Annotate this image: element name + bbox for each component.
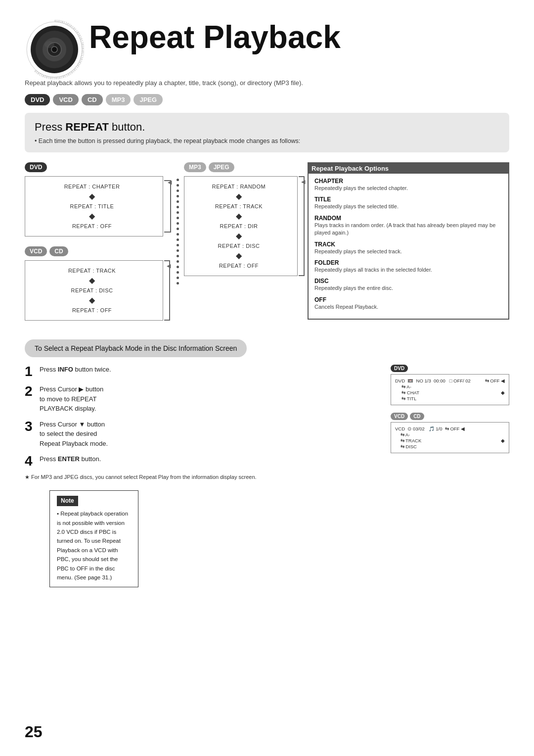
options-title: Repeat Playback Options (309, 163, 508, 174)
badge-vcd: VCD (53, 94, 78, 105)
dvd-arrow-2: ◆ (31, 212, 153, 220)
note-text: • Repeat playback operation is not possi… (57, 509, 131, 582)
cd-screen-badge: CD (410, 413, 424, 420)
vcd-screen-line-4: ⇆ DISC (395, 444, 505, 449)
step-3-num: 3 (25, 420, 40, 433)
mp3-return-arrow: ◀ (301, 179, 305, 185)
note-area: Note • Repeat playback operation is not … (25, 490, 509, 587)
step-1-num: 1 (25, 365, 40, 378)
option-off: OFF Cancels Repeat Playback. (314, 296, 502, 311)
step-1-text: Press INFO button twice. (40, 365, 111, 375)
vcd-cd-flow-box: REPEAT : TRACK ◆ REPEAT : DISC ◆ REPEAT … (25, 260, 163, 321)
dvd-badge: DVD (25, 162, 47, 172)
page-subtitle: Repeat playback allows you to repeatedly… (25, 79, 509, 87)
vcd-flow-track: REPEAT : TRACK (31, 266, 153, 276)
to-select-box: To Select a Repeat Playback Mode in the … (25, 339, 247, 357)
cd-badge: CD (49, 246, 68, 256)
dvd-flow-section: DVD REPEAT : CHAPTER ◆ REPEAT : TITLE ◆ … (25, 162, 163, 236)
press-repeat-note: Each time the button is pressed during p… (35, 138, 499, 144)
vcd-screen-line-3: ⇆ TRACK ◆ (395, 438, 505, 443)
vcd-return-line (164, 260, 170, 321)
options-col: Repeat Playback Options CHAPTER Repeated… (308, 162, 509, 330)
option-chapter: CHAPTER Repeatedly plays the selected ch… (314, 178, 502, 192)
repeat-options-box: Repeat Playback Options CHAPTER Repeated… (308, 162, 509, 320)
step-2-text: Press Cursor ▶ buttonto move to REPEATPL… (40, 384, 103, 414)
mp3-arrow-2: ◆ (190, 212, 287, 220)
vcd-arrow-2: ◆ (31, 296, 153, 304)
svg-point-6 (51, 47, 57, 52)
logo-area: 0101011010101101010110101011101010110101… (25, 20, 79, 74)
press-repeat-box: Press REPEAT button. Each time the butto… (25, 113, 509, 152)
step-2: 2 Press Cursor ▶ buttonto move to REPEAT… (25, 384, 381, 414)
mp3-return-line (299, 176, 305, 276)
step-4: 4 Press ENTER button. (25, 454, 381, 468)
option-track: TRACK Repeatedly plays the selected trac… (314, 241, 502, 255)
dvd-screen-line-2: ⇆ A- (395, 384, 505, 389)
step-2-num: 2 (25, 384, 40, 398)
vcd-cd-screen-mockup: VCD CD VCD ⊙ 03/02 🎵 1/0 ⇆ OFF ◀ ⇆ A- ⇆ … (391, 413, 509, 453)
mp3-arrow-1: ◆ (190, 192, 287, 200)
dvd-return-arrow: ◀ (168, 179, 172, 186)
dvd-return-line (164, 180, 171, 233)
binary-ring-icon: 0101011010101101010110101011101010110101… (25, 20, 84, 79)
dvd-screen-display: DVD 📼 NO 1/3 00:00 □ OFF/ 02 ⇆ OFF ◀ ⇆ A… (391, 374, 509, 405)
mp3-flow-dir: REPEAT : DIR (190, 221, 287, 231)
mp3-flow-random: REPEAT : RANDOM (190, 182, 287, 191)
vcd-return-arrow: ◀ (167, 263, 171, 269)
vcd-screen-line-1: VCD ⊙ 03/02 🎵 1/0 ⇆ OFF ◀ (395, 426, 505, 431)
steps-list: 1 Press INFO button twice. 2 Press Curso… (25, 365, 381, 480)
option-folder: FOLDER Repeatedly plays all tracks in th… (314, 259, 502, 274)
vcd-screen-badge: VCD (391, 413, 408, 420)
to-select-label: To Select a Repeat Playback Mode in the … (35, 344, 237, 352)
badge-dvd: DVD (25, 94, 50, 105)
step-3: 3 Press Cursor ▼ buttonto select the des… (25, 420, 381, 449)
mp3-flow-off: REPEAT : OFF (190, 261, 287, 271)
step-3-text: Press Cursor ▼ buttonto select the desir… (40, 420, 108, 449)
mp3-flow-disc: REPEAT : DISC (190, 241, 287, 251)
bottom-section: To Select a Repeat Playback Mode in the … (25, 339, 509, 480)
page-title: Repeat Playback (89, 15, 341, 54)
dvd-screen-line-4: ⇆ TITL (395, 396, 505, 401)
dvd-screen-badge: DVD (391, 365, 408, 372)
svg-point-7 (44, 41, 54, 48)
badge-cd: CD (82, 94, 103, 105)
dvd-flow-box: REPEAT : CHAPTER ◆ REPEAT : TITLE ◆ REPE… (25, 176, 163, 236)
format-badges-row: DVD VCD CD MP3 JPEG (25, 94, 509, 105)
jpeg-badge: JPEG (209, 162, 234, 172)
page-number: 25 (25, 723, 43, 741)
dvd-flow-chapter: REPEAT : CHAPTER (31, 182, 153, 191)
note-box-wrapper: Note • Repeat playback operation is not … (25, 490, 163, 587)
dvd-screen-line-3: ⇆ CHAT ◆ (395, 390, 505, 395)
option-disc: DISC Repeatedly plays the entire disc. (314, 278, 502, 292)
vcd-screen-display: VCD ⊙ 03/02 🎵 1/0 ⇆ OFF ◀ ⇆ A- ⇆ TRACK ◆… (391, 422, 509, 453)
step-note: For MP3 and JPEG discs, you cannot selec… (25, 474, 381, 480)
option-random: RANDOM Plays tracks in random order. (A … (314, 215, 502, 237)
vcd-arrow-1: ◆ (31, 277, 153, 284)
option-title: TITLE Repeatedly plays the selected titl… (314, 196, 502, 210)
step-1: 1 Press INFO button twice. (25, 365, 381, 378)
vcd-flow-disc: REPEAT : DISC (31, 285, 153, 295)
step-4-text: Press ENTER button. (40, 454, 101, 464)
screen-mockups: DVD DVD 📼 NO 1/3 00:00 □ OFF/ 02 ⇆ OFF ◀… (391, 365, 509, 480)
mp3-jpeg-flow-section: MP3 JPEG REPEAT : RANDOM ◆ REPEAT : TRAC… (184, 162, 298, 276)
dvd-arrow-1: ◆ (31, 192, 153, 200)
steps-area: 1 Press INFO button twice. 2 Press Curso… (25, 365, 509, 480)
badge-mp3: MP3 (106, 94, 131, 105)
vcd-screen-line-2: ⇆ A- (395, 432, 505, 437)
dvd-flow-off: REPEAT : OFF (31, 221, 153, 231)
dvd-screen-line-1: DVD 📼 NO 1/3 00:00 □ OFF/ 02 ⇆ OFF ◀ (395, 378, 505, 383)
mp3-jpeg-flow-box: REPEAT : RANDOM ◆ REPEAT : TRACK ◆ REPEA… (184, 176, 298, 276)
dvd-flow-title: REPEAT : TITLE (31, 201, 153, 211)
mp3-arrow-4: ◆ (190, 252, 287, 260)
note-title: Note (57, 496, 78, 506)
dvd-screen-mockup: DVD DVD 📼 NO 1/3 00:00 □ OFF/ 02 ⇆ OFF ◀… (391, 365, 509, 405)
vcd-flow-off: REPEAT : OFF (31, 305, 153, 315)
mp3-arrow-3: ◆ (190, 232, 287, 240)
header: 0101011010101101010110101011101010110101… (0, 0, 534, 79)
note-box: Note • Repeat playback operation is not … (49, 490, 138, 587)
mp3-badge: MP3 (184, 162, 206, 172)
main-content: DVD REPEAT : CHAPTER ◆ REPEAT : TITLE ◆ … (25, 162, 509, 330)
vcd-cd-flow-section: VCD CD REPEAT : TRACK ◆ REPEAT : DISC ◆ … (25, 246, 163, 321)
step-4-num: 4 (25, 454, 40, 468)
middle-area: MP3 JPEG REPEAT : RANDOM ◆ REPEAT : TRAC… (173, 162, 298, 330)
